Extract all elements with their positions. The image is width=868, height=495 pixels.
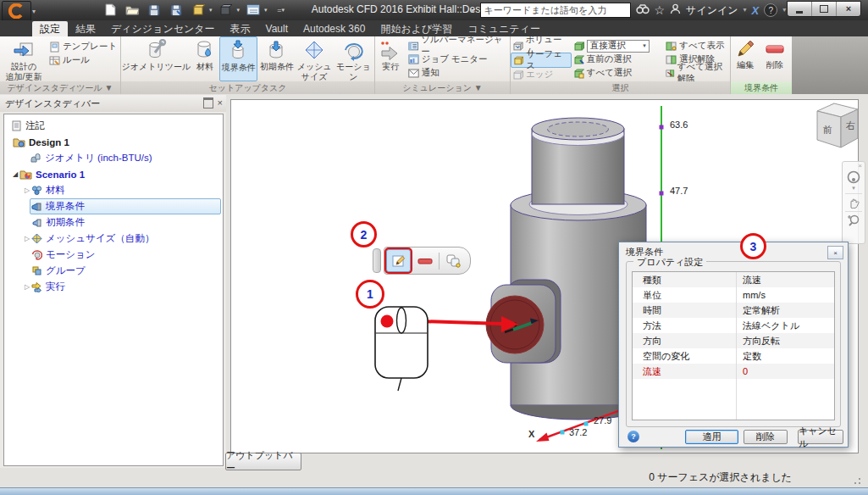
search-expand-icon[interactable]: ▸: [471, 7, 475, 14]
propagate-selection-button[interactable]: [442, 250, 465, 271]
material-button[interactable]: 材料: [191, 36, 219, 81]
collapsed-arrow-icon[interactable]: ▷: [23, 186, 31, 194]
tree-item-group[interactable]: グループ: [4, 263, 223, 279]
minimize-button[interactable]: [788, 2, 811, 16]
tab-setup[interactable]: 設定: [32, 21, 68, 37]
orbit-caret-icon[interactable]: ▾: [852, 185, 855, 192]
expanded-arrow-icon[interactable]: ◢: [11, 170, 19, 178]
binoculars-icon[interactable]: [636, 3, 650, 18]
select-all-button[interactable]: すべて選択: [572, 66, 665, 80]
tree-item-boundary[interactable]: 境界条件: [4, 198, 223, 214]
dialog-help-icon[interactable]: ?: [628, 431, 639, 442]
notification-button[interactable]: 通知: [406, 66, 510, 80]
tab-view[interactable]: 表示: [223, 21, 258, 37]
geometry-tools-button[interactable]: ジオメトリツール: [121, 36, 191, 81]
exchange-icon[interactable]: X: [752, 5, 760, 16]
toolbar-drag-handle[interactable]: [373, 248, 381, 273]
viewcube-right-face[interactable]: 右: [846, 120, 855, 132]
mesh-size-button[interactable]: メッシュ サイズ: [296, 36, 333, 81]
edit-button[interactable]: 編集: [731, 36, 760, 81]
appearance-cube-icon[interactable]: [218, 2, 235, 18]
dialog-delete-button[interactable]: 削除: [744, 430, 788, 444]
panel-float-icon[interactable]: [203, 97, 213, 108]
user-icon[interactable]: [670, 3, 681, 18]
help-icon[interactable]: ?: [764, 3, 777, 17]
add-update-design-button[interactable]: 設計の 追加/更新: [0, 36, 47, 81]
tree-item-run[interactable]: ▷ 実行: [4, 279, 223, 295]
panel-close-icon[interactable]: ×: [218, 98, 223, 108]
run-icon: [379, 39, 401, 61]
help-caret-icon[interactable]: ▾: [782, 7, 786, 14]
open-file-icon[interactable]: [124, 2, 141, 18]
tab-autodesk360[interactable]: Autodesk 360: [296, 21, 373, 37]
dialog-close-button[interactable]: ×: [827, 246, 843, 259]
cancel-button[interactable]: キャンセル: [798, 430, 843, 444]
initial-conditions-button[interactable]: 初期条件: [257, 36, 296, 81]
signin-caret-icon[interactable]: ▾: [744, 7, 747, 14]
boundary-conditions-button[interactable]: 境界条件: [219, 36, 257, 81]
application-menu-button[interactable]: [2, 1, 31, 21]
window-layout-icon[interactable]: [245, 2, 262, 18]
group-label-setup[interactable]: セットアップタスク: [121, 81, 374, 94]
group-label-simulation[interactable]: シミュレーション ▼: [375, 81, 510, 94]
app-menu-caret-icon[interactable]: ▾: [32, 8, 36, 15]
view-cube[interactable]: [809, 100, 866, 159]
tab-vault[interactable]: Vault: [258, 21, 296, 37]
navbar-close-icon[interactable]: ×: [858, 163, 862, 170]
appearance-caret-icon[interactable]: ▾: [237, 7, 240, 14]
close-button[interactable]: ×: [836, 2, 860, 16]
flange[interactable]: [486, 280, 561, 363]
visibility-caret-icon[interactable]: ▾: [209, 7, 213, 14]
save-icon[interactable]: [146, 2, 163, 18]
apply-button[interactable]: 適用: [685, 430, 738, 444]
signin-button[interactable]: サインイン: [686, 3, 738, 18]
tree-item-motion[interactable]: モーション: [4, 247, 223, 263]
window-layout-caret-icon[interactable]: ▾: [264, 7, 268, 14]
table-row: 方向方向反転: [633, 333, 834, 348]
edit-boundary-button[interactable]: [386, 249, 411, 272]
tree-item-geometry[interactable]: ジオメトリ (inch-BTU/s): [4, 150, 223, 166]
favorites-star-icon[interactable]: ☆: [655, 4, 666, 16]
solver-manager-button[interactable]: ソルバーマネージャー: [406, 39, 510, 53]
visibility-cube-icon[interactable]: [190, 2, 207, 18]
direct-select-dropdown[interactable]: 直接選択▾: [572, 39, 665, 53]
tree-item-initial[interactable]: 初期条件: [4, 214, 223, 231]
job-monitor-button[interactable]: ジョブ モニター: [406, 53, 510, 66]
show-all-button[interactable]: すべて表示: [664, 39, 730, 53]
group-label-design-tools[interactable]: デザインスタディツール ▼: [0, 81, 120, 94]
tab-results[interactable]: 結果: [68, 21, 103, 37]
surface-button[interactable]: サーフェス: [511, 53, 572, 68]
tab-decision-center[interactable]: ディシジョンセンター: [103, 21, 223, 37]
tree-item-mesh[interactable]: ▷ メッシュサイズ（自動）: [4, 231, 223, 247]
output-bar-button[interactable]: アウトプットバー: [225, 453, 301, 470]
group-label-selection[interactable]: 選択: [511, 81, 730, 94]
rules-button[interactable]: ルール: [47, 53, 119, 67]
qat-overflow-icon[interactable]: =▾: [273, 2, 290, 18]
restore-button[interactable]: [811, 2, 836, 16]
template-button[interactable]: テンプレート: [47, 40, 119, 53]
collapsed-arrow-icon[interactable]: ▷: [23, 235, 31, 242]
previous-selection-button[interactable]: 直前の選択: [572, 53, 665, 66]
orbit-icon[interactable]: [846, 170, 861, 185]
zoom-icon[interactable]: [847, 214, 860, 227]
pan-hand-icon[interactable]: [847, 196, 860, 209]
viewcube-front-face[interactable]: 前: [823, 124, 832, 136]
collapsed-arrow-icon[interactable]: ▷: [23, 283, 31, 291]
group-label-boundary-context[interactable]: 境界条件: [731, 81, 792, 94]
tree-item-scenario1[interactable]: ◢ Scenario 1: [4, 166, 223, 182]
search-input[interactable]: [480, 3, 631, 18]
run-button[interactable]: 実行: [375, 36, 406, 81]
tree-item-notes[interactable]: 注記: [4, 118, 223, 134]
remove-boundary-button[interactable]: [413, 250, 436, 271]
tree-item-design1[interactable]: Design 1: [4, 134, 223, 150]
new-file-icon[interactable]: [102, 2, 119, 18]
motion-button[interactable]: モーション: [333, 36, 374, 81]
table-row-velocity[interactable]: 流速0: [633, 364, 834, 379]
edit-note-pencil-icon: [391, 253, 406, 269]
delete-button[interactable]: 削除: [760, 36, 790, 81]
tree-item-material[interactable]: ▷ 材料: [4, 182, 223, 198]
property-table[interactable]: 種類流速 単位mm/s 時間定常解析 方法法線ベクトル 方向方向反転 空間の変化…: [632, 271, 835, 420]
resize-grip[interactable]: [852, 476, 862, 486]
deselect-all-button[interactable]: すべて選択解除: [664, 66, 730, 80]
save-as-icon[interactable]: [168, 2, 185, 18]
